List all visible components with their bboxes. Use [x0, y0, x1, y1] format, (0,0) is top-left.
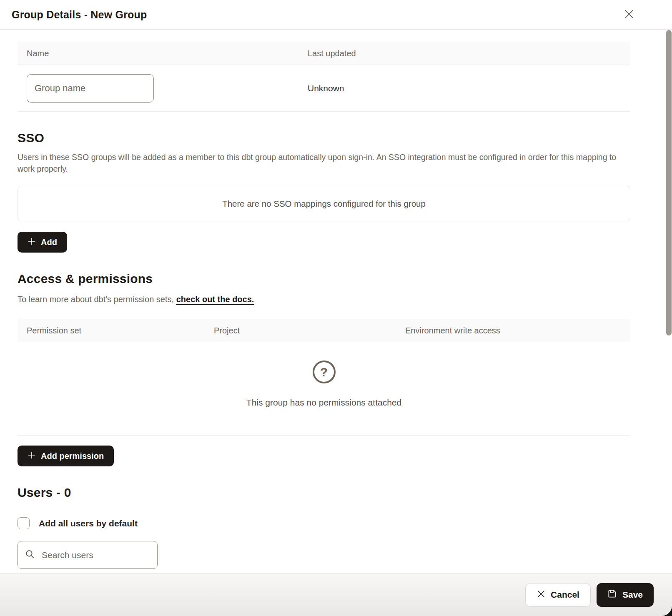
modal-footer: Cancel Save [0, 573, 672, 616]
group-name-table: Name Last updated Unknown [18, 42, 630, 112]
docs-prefix-text: To learn more about dbt's permission set… [18, 295, 176, 304]
sso-section-title: SSO [18, 130, 630, 146]
save-floppy-icon [607, 589, 617, 601]
sso-empty-state: There are no SSO mappings configured for… [18, 186, 630, 221]
close-icon [624, 9, 634, 21]
add-all-users-label: Add all users by default [39, 518, 138, 528]
add-all-users-checkbox[interactable] [18, 517, 30, 529]
permissions-section-title: Access & permissions [18, 271, 630, 287]
search-users-box [18, 541, 158, 569]
cancel-button[interactable]: Cancel [525, 583, 591, 607]
page-title: Group Details - New Group [12, 9, 147, 21]
permissions-docs-line: To learn more about dbt's permission set… [18, 293, 630, 305]
group-name-input[interactable] [27, 74, 154, 103]
plus-icon [28, 451, 36, 461]
modal-body: Name Last updated Unknown SSO Users in t… [0, 30, 672, 569]
column-header-name: Name [18, 49, 298, 58]
sso-description: Users in these SSO groups will be added … [18, 151, 626, 175]
modal-header: Group Details - New Group [0, 0, 672, 30]
save-button-label: Save [622, 590, 643, 600]
vertical-scrollbar-thumb[interactable] [666, 30, 672, 336]
cancel-x-icon [537, 589, 546, 601]
search-users-input[interactable] [41, 550, 155, 561]
group-details-modal: Group Details - New Group Name Last upda… [0, 0, 672, 616]
column-header-environment-write-access: Environment write access [396, 326, 630, 336]
add-permission-button-label: Add permission [41, 451, 104, 461]
column-header-last-updated: Last updated [298, 49, 630, 58]
close-button[interactable] [622, 8, 636, 22]
add-button-label: Add [41, 238, 57, 247]
users-section-title: Users - 0 [18, 485, 630, 501]
question-mark-icon: ? [313, 361, 336, 383]
add-all-users-row: Add all users by default [18, 517, 630, 529]
add-permission-button[interactable]: Add permission [18, 446, 114, 466]
table-row: Unknown [18, 65, 630, 112]
add-sso-mapping-button[interactable]: Add [18, 232, 67, 253]
column-header-project: Project [205, 326, 396, 336]
last-updated-value: Unknown [298, 83, 630, 93]
column-header-permission-set: Permission set [18, 326, 205, 336]
cancel-button-label: Cancel [551, 590, 579, 600]
table-header-row: Name Last updated [18, 42, 630, 65]
sso-empty-message: There are no SSO mappings configured for… [222, 199, 426, 209]
save-button[interactable]: Save [597, 583, 654, 607]
permissions-empty-state: ? This group has no permissions attached [18, 342, 630, 436]
search-icon [25, 549, 35, 561]
plus-icon [28, 237, 36, 248]
docs-link[interactable]: check out the docs. [176, 295, 254, 304]
permissions-empty-message: This group has no permissions attached [246, 398, 401, 408]
permissions-table-header-row: Permission set Project Environment write… [18, 319, 630, 342]
